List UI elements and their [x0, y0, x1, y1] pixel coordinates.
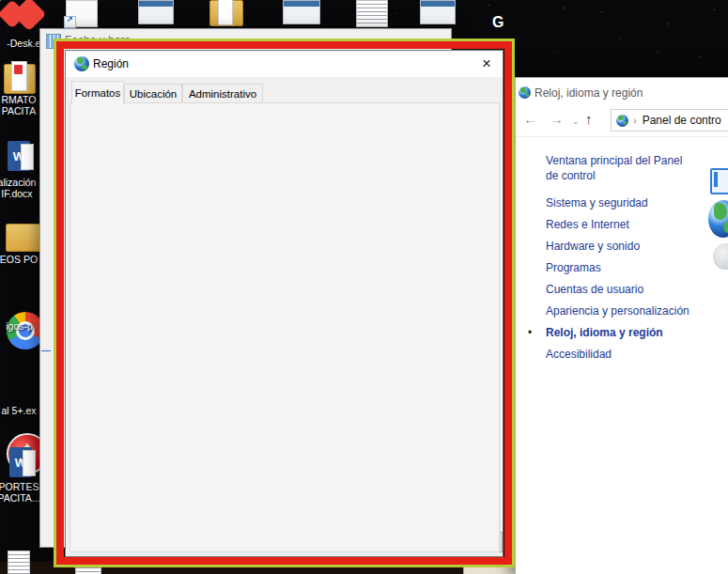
sidebar-item-cuentas[interactable]: Cuentas de usuario	[546, 283, 643, 296]
sidebar-item-sistema[interactable]: Sistema y seguridad	[546, 196, 648, 209]
desktop-app-icon[interactable]	[138, 0, 174, 24]
folder2-label: EOS PO	[0, 254, 45, 265]
sidebar-item-redes[interactable]: Redes e Internet	[546, 218, 629, 231]
region-dialog: Región × Formatos Ubicación Administrati…	[65, 50, 503, 557]
desktop-folder-icon[interactable]	[209, 0, 243, 26]
control-panel-window: Reloj, idioma y región ← → ⌄ ↑ › Panel d…	[515, 77, 728, 574]
word-page	[21, 144, 34, 170]
folder-papers	[218, 0, 233, 25]
up-icon[interactable]: ↑	[585, 111, 593, 127]
word-doc-icon[interactable]: W	[8, 141, 30, 171]
desktop-g-label: G	[492, 14, 503, 31]
datetime-applet-icon[interactable]	[710, 168, 728, 194]
pdf-mark	[14, 65, 23, 74]
address-bar[interactable]: › Panel de contro	[611, 109, 728, 132]
navigation-bar: ← → ⌄ ↑ › Panel de contro	[516, 106, 728, 137]
yellow-folder-icon[interactable]	[6, 224, 41, 252]
back-icon[interactable]: ←	[523, 111, 537, 127]
forward-icon[interactable]: →	[550, 111, 564, 127]
globe-icon	[74, 56, 89, 71]
breadcrumb-chevron-icon: ›	[633, 115, 637, 126]
sidebar-item-accesibilidad[interactable]: Accesibilidad	[546, 348, 612, 361]
clock-region-icon	[519, 86, 531, 99]
shortcut-arrow-icon	[64, 16, 76, 28]
desktop-table-doc-icon[interactable]	[420, 0, 456, 24]
sidebar-item-hardware[interactable]: Hardware y sonido	[546, 240, 640, 253]
word-doc2-label: PORTES PACITA...	[0, 481, 45, 504]
word-doc1-label: alización IF.docx	[0, 177, 43, 199]
region-titlebar[interactable]: Región ×	[66, 51, 503, 77]
partial-doc-icon[interactable]	[8, 551, 30, 574]
sidebar-item-apariencia[interactable]: Apariencia y personalización	[546, 304, 689, 318]
datetime-icon	[46, 34, 61, 49]
active-bullet-icon: •	[528, 326, 532, 339]
desktop-shortcut-icon[interactable]	[66, 0, 98, 27]
history-dropdown-icon[interactable]: ⌄	[572, 116, 580, 126]
word-doc2-icon[interactable]: W	[9, 447, 32, 477]
tab-ubicacion[interactable]: Ubicación	[124, 84, 182, 103]
region-title: Región	[93, 57, 129, 70]
sidebar-item-home[interactable]: Ventana principal del Panel de control	[546, 153, 696, 183]
control-panel-icon	[616, 115, 628, 127]
breadcrumb: Panel de contro	[643, 114, 721, 127]
datetime-titlebar[interactable]: Fecha y hora ×	[40, 29, 451, 52]
tab-administrativo[interactable]: Administrativo	[182, 84, 263, 103]
region-close-icon[interactable]: ×	[476, 54, 497, 74]
formato-folder-label: RMATO PACITA	[0, 94, 45, 116]
word-page	[23, 450, 36, 476]
region-applet-icon[interactable]	[708, 200, 728, 238]
hidden-link-fragment	[41, 342, 51, 351]
tab-page	[70, 102, 500, 552]
sidebar-item-programas[interactable]: Programas	[546, 261, 601, 274]
datetime-close-icon[interactable]: ×	[428, 31, 447, 50]
control-panel-title: Reloj, idioma y región	[534, 86, 643, 100]
game-label: al 5+.ex	[0, 405, 45, 416]
formato-folder-icon[interactable]	[4, 64, 36, 94]
language-applet-icon[interactable]	[713, 243, 728, 270]
desktop-document-icon[interactable]	[356, 0, 388, 27]
datetime-title: Fecha y hora	[65, 34, 131, 47]
tab-formatos[interactable]: Formatos	[71, 81, 124, 104]
desktop-window-icon[interactable]	[283, 0, 320, 24]
sidebar-item-reloj[interactable]: Reloj, idioma y región	[546, 326, 663, 339]
